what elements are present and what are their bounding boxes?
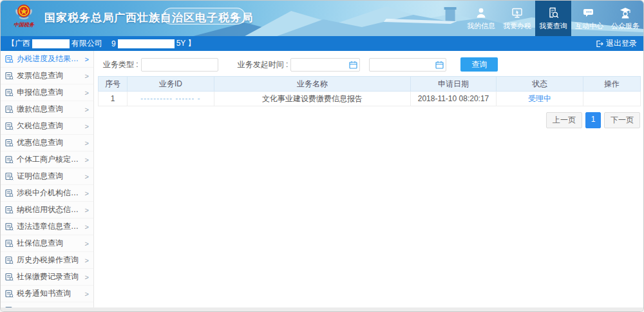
sidebar-item-14[interactable]: 税务通知书查询>	[1, 286, 93, 302]
menu-doc-icon	[5, 72, 14, 80]
company-name-prefix: 【广西	[7, 38, 30, 49]
sidebar-item-label: 优惠信息查询	[17, 137, 63, 148]
app-window: 中国税务 国家税务总局广西壮族自治区电子税务局 我的信息	[0, 0, 644, 312]
logout-icon	[596, 40, 603, 48]
menu-doc-icon	[5, 122, 14, 130]
taxid-prefix: 9	[111, 39, 116, 48]
sidebar-item-label: 办税进度及结果信息查询	[17, 54, 83, 64]
graduate-icon	[619, 6, 632, 19]
business-progress-table: 序号 业务ID 业务名称 申请日期 状态 操作 1 ---------- ---…	[98, 76, 641, 106]
prev-page-button[interactable]: 上一页	[546, 112, 582, 128]
sidebar-item-label: 发票信息查询	[17, 70, 63, 81]
cell-biz-id-link[interactable]: ---------- ------ -	[140, 94, 201, 103]
sidebar-item-label: 涉税中介机构信息查询	[17, 188, 83, 199]
menu-doc-icon	[5, 105, 14, 113]
menu-doc-icon	[5, 289, 14, 298]
nav-label: 我的信息	[467, 21, 495, 31]
chevron-right-icon: >	[83, 139, 89, 147]
tax-bureau-logo: 中国税务	[6, 3, 42, 28]
cell-action	[583, 92, 641, 106]
redacted-company-name	[32, 39, 70, 48]
main-content: 业务类型 : 业务发起时间 :	[94, 51, 643, 307]
sidebar-item-15[interactable]: >	[1, 302, 93, 307]
sidebar-item-3[interactable]: 缴款信息查询>	[1, 101, 93, 118]
chevron-right-icon: >	[83, 206, 89, 214]
sidebar-item-label: 申报信息查询	[17, 87, 63, 98]
start-time-label: 业务发起时间 :	[238, 59, 289, 70]
sidebar-item-label: 个体工商户核定定额信息查询	[17, 154, 83, 165]
nav-interaction-center[interactable]: 互动中心	[571, 1, 607, 36]
nav-label: 互动中心	[575, 21, 603, 31]
col-action: 操作	[583, 77, 641, 92]
sidebar-item-2[interactable]: 申报信息查询>	[1, 84, 93, 101]
chevron-right-icon: >	[83, 290, 89, 298]
window-bottom-strip	[1, 307, 643, 311]
nav-tax-handling[interactable]: 我要办税	[499, 1, 535, 36]
table-header-row: 序号 业务ID 业务名称 申请日期 状态 操作	[99, 77, 641, 92]
menu-doc-icon	[5, 189, 14, 197]
query-button[interactable]: 查询	[460, 57, 498, 72]
logout-label: 退出登录	[606, 38, 637, 49]
menu-doc-icon	[5, 155, 14, 164]
calendar-icon[interactable]	[349, 61, 357, 69]
header-search-input[interactable]	[163, 8, 245, 24]
sidebar-item-label: 欠税信息查询	[17, 121, 63, 132]
menu-doc-icon	[5, 139, 14, 147]
page-1-button[interactable]: 1	[585, 112, 601, 128]
sidebar-item-0[interactable]: 办税进度及结果信息查询>	[1, 51, 93, 68]
sidebar-item-7[interactable]: 证明信息查询>	[1, 168, 93, 185]
sidebar-item-label: 纳税信用状态信息查询	[17, 204, 83, 215]
chevron-right-icon: >	[83, 223, 89, 231]
sidebar-item-label: 证明信息查询	[17, 171, 63, 182]
calendar-icon[interactable]	[435, 61, 444, 69]
taxpayer-identity: 【广西 有限公司 9 5Y 】	[7, 38, 195, 49]
sidebar-item-label: 历史办税操作查询	[17, 255, 79, 266]
sidebar-item-label: 社保信息查询	[17, 238, 63, 249]
menu-doc-icon	[5, 206, 14, 214]
user-icon	[475, 6, 488, 19]
date-to-input[interactable]	[369, 58, 446, 72]
top-navigation: 我的信息 我要办税 我要查询	[463, 1, 643, 36]
redacted-taxid	[118, 39, 175, 48]
sidebar-item-11[interactable]: 社保信息查询>	[1, 235, 93, 252]
business-type-label: 业务类型 :	[103, 59, 138, 70]
col-biz-id: 业务ID	[128, 77, 214, 92]
sidebar-item-12[interactable]: 历史办税操作查询>	[1, 252, 93, 269]
monitor-icon	[511, 6, 524, 19]
table-row: 1 ---------- ------ - 文化事业建设费缴费信息报告 2018…	[99, 92, 641, 106]
sidebar-item-1[interactable]: 发票信息查询>	[1, 68, 93, 84]
col-biz-name: 业务名称	[214, 77, 411, 92]
col-seq: 序号	[99, 77, 128, 92]
search-icon	[231, 12, 240, 21]
sidebar-item-6[interactable]: 个体工商户核定定额信息查询>	[1, 151, 93, 168]
nav-my-info[interactable]: 我的信息	[463, 1, 499, 36]
sidebar-item-5[interactable]: 优惠信息查询>	[1, 135, 93, 151]
chevron-right-icon: >	[83, 106, 89, 113]
sidebar-item-9[interactable]: 纳税信用状态信息查询>	[1, 202, 93, 219]
chevron-right-icon: >	[83, 173, 89, 180]
chevron-right-icon: >	[83, 89, 89, 97]
sidebar-item-label: 缴款信息查询	[17, 104, 63, 115]
sidebar-item-8[interactable]: 涉税中介机构信息查询>	[1, 185, 93, 202]
nav-label: 我要查询	[539, 21, 567, 31]
sidebar-item-4[interactable]: 欠税信息查询>	[1, 118, 93, 135]
nav-public-service[interactable]: 公众服务	[607, 1, 643, 36]
logo-caption: 中国税务	[6, 22, 42, 28]
menu-doc-icon	[5, 256, 14, 264]
sidebar-item-13[interactable]: 社保缴费记录查询>	[1, 269, 93, 286]
chevron-right-icon: >	[83, 55, 89, 63]
next-page-button[interactable]: 下一页	[604, 112, 640, 128]
sidebar-item-10[interactable]: 违法违章信息查询类>	[1, 219, 93, 235]
pagination: 上一页 1 下一页	[98, 112, 640, 128]
business-type-input[interactable]	[141, 58, 218, 72]
chevron-right-icon: >	[83, 156, 89, 164]
menu-doc-icon	[5, 55, 14, 63]
logout-button[interactable]: 退出登录	[596, 38, 637, 49]
cell-seq: 1	[99, 92, 128, 106]
cell-status-link[interactable]: 受理中	[528, 94, 551, 103]
menu-doc-icon	[5, 88, 14, 97]
menu-doc-icon	[5, 273, 14, 281]
chevron-right-icon: >	[83, 257, 89, 264]
menu-doc-icon	[5, 239, 14, 248]
nav-query[interactable]: 我要查询	[535, 1, 571, 36]
